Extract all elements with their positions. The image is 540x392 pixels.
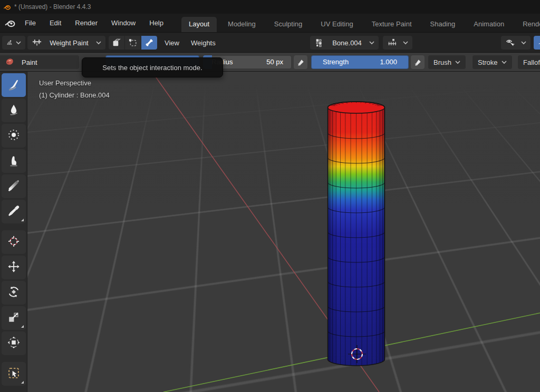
- viewport-header: Weight Paint View Weights Bone.004: [0, 33, 540, 53]
- brush-datablock-icon: [4, 56, 15, 68]
- window-title: * (Unsaved) - Blender 4.4.3: [14, 3, 91, 11]
- tool-sample-weight[interactable]: [2, 200, 26, 223]
- vertex-mask-toggle[interactable]: [125, 36, 141, 50]
- active-bone-label: Bone.004: [332, 39, 362, 47]
- active-object-name: (1) Cylinder : Bone.004: [39, 89, 110, 101]
- editor-type-dropdown[interactable]: [2, 36, 25, 50]
- vertex-mask-icon: [128, 37, 138, 48]
- tooltip-text: Sets the object interaction mode.: [102, 64, 202, 72]
- tool-icon: [7, 77, 21, 93]
- bone-selection-toggle[interactable]: [141, 36, 157, 50]
- tool-rotate[interactable]: [2, 281, 26, 305]
- tool-icon: [7, 285, 21, 301]
- brush-popover-button[interactable]: Brush: [428, 55, 466, 69]
- paint-mask-toggles: [109, 36, 157, 50]
- tool-smear[interactable]: [2, 149, 26, 173]
- chevron-down-icon: [403, 41, 408, 45]
- cylinder-object[interactable]: [314, 95, 399, 374]
- overlay-icon: [538, 37, 540, 48]
- tool-average[interactable]: [2, 124, 26, 148]
- face-mask-toggle[interactable]: [109, 36, 124, 50]
- tool-icon: [7, 234, 21, 250]
- face-mask-icon: [111, 37, 122, 48]
- tooltip: Sets the object interaction mode.: [82, 57, 223, 77]
- view-menu[interactable]: View: [159, 36, 185, 50]
- workspace-tab-shading[interactable]: Shading: [423, 17, 463, 33]
- mode-label: Weight Paint: [50, 39, 88, 47]
- strength-slider[interactable]: Strength 1.000: [311, 55, 409, 69]
- workspace-tab-modeling[interactable]: Modeling: [220, 17, 263, 33]
- menu-render[interactable]: Render: [68, 16, 104, 30]
- chevron-down-icon: [502, 60, 507, 64]
- menu-edit[interactable]: Edit: [43, 16, 68, 30]
- viewport-text-overlay: User Perspective (1) Cylinder : Bone.004: [39, 77, 110, 101]
- stroke-popover-label: Stroke: [478, 58, 498, 66]
- tool-transform[interactable]: [2, 331, 26, 355]
- chevron-down-icon: [96, 41, 101, 45]
- brush-selector[interactable]: Paint: [0, 55, 79, 69]
- cursor-3d: [348, 345, 366, 363]
- tool-icon: [7, 153, 21, 169]
- strength-value: 1.000: [380, 55, 397, 69]
- tool-icon: [7, 128, 21, 144]
- workspace-tabs: LayoutModelingSculptingUV EditingTexture…: [181, 14, 540, 33]
- tool-icon: [7, 366, 21, 382]
- tool-blur[interactable]: [2, 99, 26, 122]
- menu-help[interactable]: Help: [142, 16, 170, 30]
- tool-icon: [7, 310, 21, 326]
- falloff-popover-button[interactable]: Falloff: [518, 55, 540, 69]
- tool-icon: [7, 204, 21, 220]
- brush-name: Paint: [22, 58, 37, 66]
- tool-3d-cursor[interactable]: [2, 230, 26, 254]
- falloff-dropdown[interactable]: [383, 36, 412, 50]
- viewport-3d[interactable]: User Perspective (1) Cylinder : Bone.004: [27, 72, 540, 392]
- tool-icon: [7, 103, 21, 119]
- toolbar: [0, 72, 27, 392]
- chevron-down-icon: [455, 60, 460, 64]
- workspace-tab-layout[interactable]: Layout: [181, 17, 217, 33]
- strength-pressure-button[interactable]: [411, 55, 425, 69]
- chevron-down-icon: [521, 41, 526, 45]
- stylus-pressure-icon: [413, 58, 422, 67]
- brush-popover-label: Brush: [433, 58, 451, 66]
- window-titlebar: * (Unsaved) - Blender 4.4.3: [0, 0, 540, 14]
- workspace-tab-uv-editing[interactable]: UV Editing: [313, 17, 360, 33]
- tool-icon: [7, 336, 21, 351]
- view-name: User Perspective: [39, 77, 110, 89]
- tool-gradient[interactable]: [2, 174, 26, 198]
- topbar: FileEditRenderWindowHelp LayoutModelingS…: [0, 14, 540, 33]
- workspace-tab-sculpting[interactable]: Sculpting: [267, 17, 310, 33]
- visibility-dropdown[interactable]: [501, 36, 531, 50]
- workspace-tab-rendering[interactable]: Rendering: [515, 17, 540, 33]
- menu-file[interactable]: File: [18, 16, 43, 30]
- chevron-down-icon: [16, 41, 21, 45]
- weight-paint-mode-icon: [32, 37, 42, 48]
- eye-pointer-icon: [505, 37, 516, 48]
- stylus-pressure-icon: [296, 58, 305, 67]
- overlay-toggle-partial[interactable]: [534, 36, 540, 50]
- radius-value: 50 px: [266, 55, 283, 69]
- blender-menu-logo-icon[interactable]: [4, 17, 16, 29]
- main-menus: FileEditRenderWindowHelp: [18, 14, 170, 33]
- tool-icon: [7, 260, 21, 276]
- weights-menu[interactable]: Weights: [186, 36, 221, 50]
- tool-select-box[interactable]: [2, 362, 26, 386]
- mode-dropdown[interactable]: Weight Paint: [27, 36, 105, 50]
- world-axes: [27, 72, 540, 392]
- tool-paint-draw[interactable]: [2, 73, 26, 97]
- tool-scale[interactable]: [2, 306, 26, 330]
- stroke-popover-button[interactable]: Stroke: [472, 55, 512, 69]
- chevron-down-icon: [369, 41, 374, 45]
- bone-icon: [144, 37, 155, 48]
- radius-pressure-button[interactable]: [294, 55, 307, 69]
- workspace-tab-animation[interactable]: Animation: [466, 17, 512, 33]
- tool-settings-bar: Paint Radius 50 px Strength 1.000 Brush …: [0, 53, 540, 72]
- menu-window[interactable]: Window: [104, 16, 142, 30]
- active-bone-dropdown[interactable]: Bone.004: [310, 36, 379, 50]
- falloff-icon: [387, 37, 398, 48]
- editor-3d-viewport-icon: [6, 37, 13, 48]
- strength-label: Strength: [323, 55, 349, 69]
- vertex-group-icon: [314, 37, 325, 48]
- workspace-tab-texture-paint[interactable]: Texture Paint: [364, 17, 419, 33]
- tool-move[interactable]: [2, 256, 26, 279]
